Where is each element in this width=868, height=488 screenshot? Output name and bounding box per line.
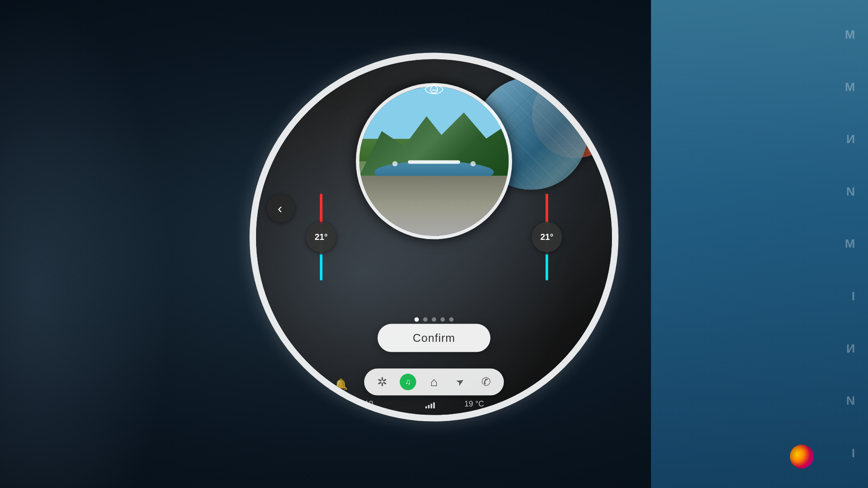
spotify-button[interactable] [399,373,417,391]
left-gauge-cyan [320,254,322,280]
signal-bar-3 [431,403,432,408]
avatar-image [790,445,814,468]
time-display: 10:10 [354,399,373,408]
left-gauge-red [320,193,322,224]
road [359,176,509,236]
home-button[interactable] [425,373,443,391]
svg-text:MINI: MINI [432,88,438,91]
back-button[interactable] [267,194,295,223]
watermark-char: M [845,28,859,42]
notification-bell-icon[interactable] [334,377,348,391]
carousel-dot-4[interactable] [441,317,445,321]
carousel-dot-3[interactable] [432,317,436,321]
nav-dot-left [392,161,398,166]
carousel-dots [414,317,454,321]
confirm-button[interactable]: Confirm [378,324,490,352]
mini-logo: MINI [423,83,445,98]
right-gauge-red [546,193,548,224]
watermark-char: I [845,446,859,460]
fan-button[interactable] [373,373,391,391]
right-temperature-gauge: 21° [540,193,553,280]
carousel-dot-5[interactable] [449,317,454,321]
main-image [356,83,512,239]
signal-bars [425,400,435,408]
carousel-dot-2[interactable] [423,317,427,321]
navigation-icon [456,376,464,387]
temperature-display: 19 °C [464,399,484,408]
watermark-char: И [845,132,859,146]
watermark-char: N [845,185,859,199]
fan-icon [377,375,387,389]
watermark-area: M M И N M I И N I [845,0,859,488]
signal-bar-1 [425,406,427,408]
main-display: MINI [256,59,612,415]
watermark-char: И [845,342,859,356]
signal-bar-2 [428,405,430,408]
right-temp-value[interactable]: 21° [532,222,562,252]
taskbar-pill [364,368,504,395]
spotify-icon [400,373,416,390]
carousel-dot-1[interactable] [414,317,419,321]
watermark-char: M [845,80,859,94]
taskbar [364,368,504,395]
user-avatar[interactable] [790,445,814,468]
watermark-char: I [845,289,859,303]
left-temp-value[interactable]: 21° [306,222,336,252]
right-panel [651,0,868,488]
watermark-char: M [845,237,859,251]
signal-bar-4 [433,402,435,408]
progress-bar [408,160,460,164]
home-icon [431,375,438,389]
left-temperature-gauge: 21° [315,193,328,280]
phone-button[interactable] [477,373,495,391]
watermark-char: N [845,394,859,408]
confirm-label: Confirm [413,331,455,344]
add-image-button[interactable]: + [320,77,339,97]
right-gauge-cyan [546,254,548,280]
signal-display [425,400,435,408]
phone-icon [481,375,491,389]
navigation-button[interactable] [451,373,469,391]
